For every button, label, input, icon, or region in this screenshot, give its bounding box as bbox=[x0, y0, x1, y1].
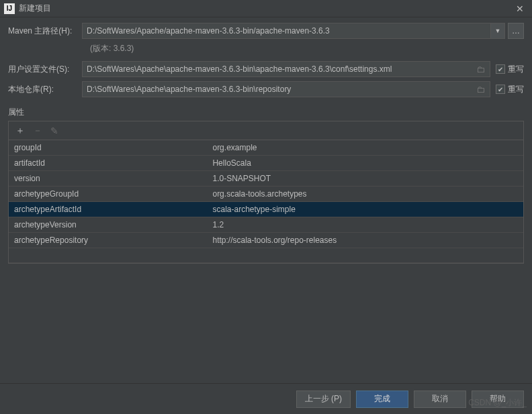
prop-value: 1.2 bbox=[207, 217, 523, 233]
prop-value: HelloScala bbox=[207, 156, 523, 171]
local-repo-input[interactable]: D:\SoftWares\Apache\apache-maven-3.6.3-b… bbox=[82, 81, 490, 97]
prop-value: scala-archetype-simple bbox=[207, 202, 523, 217]
prop-key: archetypeRepository bbox=[9, 233, 207, 248]
prop-key: archetypeArtifactId bbox=[9, 202, 207, 217]
prop-key: artifactId bbox=[9, 156, 207, 171]
folder-icon[interactable]: 🗀 bbox=[475, 85, 486, 95]
local-repo-row: 本地仓库(R): D:\SoftWares\Apache\apache-mave… bbox=[8, 81, 524, 97]
properties-toolbar: ＋ － ✎ bbox=[9, 121, 523, 140]
prop-key: version bbox=[9, 171, 207, 187]
prop-key: archetypeVersion bbox=[9, 217, 207, 233]
maven-home-row: Maven 主路径(H): D:/SoftWares/Apache/apache… bbox=[8, 23, 524, 39]
maven-home-dropdown[interactable]: ▼ bbox=[490, 23, 505, 39]
table-row[interactable]: archetypeArtifactIdscala-archetype-simpl… bbox=[9, 202, 523, 217]
table-row[interactable]: archetypeRepositoryhttp://scala-tools.or… bbox=[9, 233, 523, 248]
settings-file-value: D:\SoftWares\Apache\apache-maven-3.6.3-b… bbox=[87, 64, 472, 74]
table-row[interactable]: archetypeVersion1.2 bbox=[9, 217, 523, 233]
settings-override-label: 重写 bbox=[508, 64, 524, 75]
table-empty bbox=[9, 248, 523, 263]
prop-key: groupId bbox=[9, 140, 207, 156]
window-title: 新建项目 bbox=[19, 3, 512, 14]
close-icon[interactable]: ✕ bbox=[512, 3, 528, 14]
repo-override-checkbox[interactable]: ✔ 重写 bbox=[496, 84, 524, 95]
prop-value: org.example bbox=[207, 140, 523, 156]
settings-file-label: 用户设置文件(S): bbox=[8, 64, 82, 75]
form-area: Maven 主路径(H): D:/SoftWares/Apache/apache… bbox=[0, 17, 532, 105]
maven-home-input[interactable]: D:/SoftWares/Apache/apache-maven-3.6.3-b… bbox=[82, 23, 491, 39]
edit-icon[interactable]: ✎ bbox=[50, 125, 58, 136]
table-row[interactable]: groupIdorg.example bbox=[9, 140, 523, 156]
titlebar: IJ 新建项目 ✕ bbox=[0, 0, 532, 17]
settings-file-row: 用户设置文件(S): D:\SoftWares\Apache\apache-ma… bbox=[8, 61, 524, 77]
properties-section-label: 属性 bbox=[8, 107, 524, 118]
maven-home-value: D:/SoftWares/Apache/apache-maven-3.6.3-b… bbox=[87, 26, 486, 36]
cancel-button[interactable]: 取消 bbox=[414, 391, 466, 408]
prop-value: http://scala-tools.org/repo-releases bbox=[207, 233, 523, 248]
prop-value: 1.0-SNAPSHOT bbox=[207, 171, 523, 187]
ellipsis-icon: … bbox=[512, 26, 520, 36]
checkbox-icon: ✔ bbox=[496, 85, 505, 94]
maven-version-text: (版本: 3.6.3) bbox=[8, 43, 524, 54]
add-icon[interactable]: ＋ bbox=[15, 125, 25, 137]
properties-table: groupIdorg.example artifactIdHelloScala … bbox=[9, 140, 523, 263]
repo-override-label: 重写 bbox=[508, 84, 524, 95]
settings-override-checkbox[interactable]: ✔ 重写 bbox=[496, 64, 524, 75]
app-icon: IJ bbox=[4, 3, 15, 14]
checkbox-icon: ✔ bbox=[496, 64, 505, 74]
maven-home-browse[interactable]: … bbox=[508, 23, 524, 39]
table-row[interactable]: archetypeGroupIdorg.scala-tools.archetyp… bbox=[9, 187, 523, 202]
chevron-down-icon: ▼ bbox=[495, 28, 501, 34]
table-row[interactable]: version1.0-SNAPSHOT bbox=[9, 171, 523, 187]
settings-file-input[interactable]: D:\SoftWares\Apache\apache-maven-3.6.3-b… bbox=[82, 61, 490, 77]
remove-icon[interactable]: － bbox=[33, 125, 42, 137]
prop-value: org.scala-tools.archetypes bbox=[207, 187, 523, 202]
watermark: CSDN @_小许_ bbox=[468, 397, 527, 409]
properties-panel: ＋ － ✎ groupIdorg.example artifactIdHello… bbox=[8, 121, 524, 264]
folder-icon[interactable]: 🗀 bbox=[475, 64, 486, 74]
table-row[interactable]: artifactIdHelloScala bbox=[9, 156, 523, 171]
finish-button[interactable]: 完成 bbox=[356, 391, 408, 408]
local-repo-value: D:\SoftWares\Apache\apache-maven-3.6.3-b… bbox=[87, 85, 472, 94]
prop-key: archetypeGroupId bbox=[9, 187, 207, 202]
local-repo-label: 本地仓库(R): bbox=[8, 84, 82, 95]
prev-button[interactable]: 上一步 (P) bbox=[296, 391, 351, 408]
maven-home-label: Maven 主路径(H): bbox=[8, 25, 82, 37]
footer: 上一步 (P) 完成 取消 帮助 bbox=[0, 383, 532, 414]
